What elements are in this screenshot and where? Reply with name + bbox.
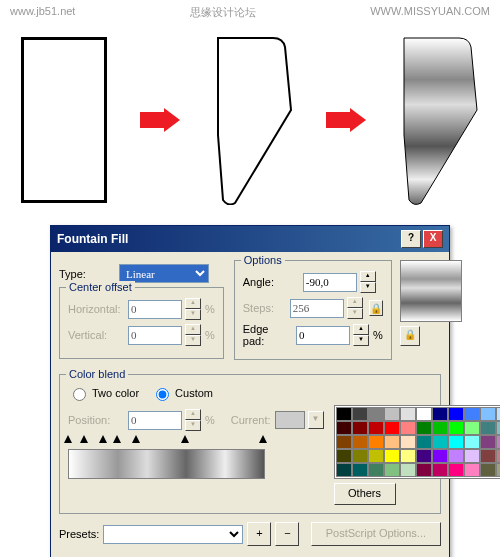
gradient-stop-marker[interactable] — [64, 435, 72, 443]
postscript-button: PostScript Options... — [311, 522, 441, 546]
palette-swatch[interactable] — [464, 407, 480, 421]
palette-swatch[interactable] — [400, 435, 416, 449]
preset-remove-button[interactable]: − — [275, 522, 299, 546]
palette-swatch[interactable] — [448, 463, 464, 477]
spin-up: ▲ — [185, 298, 201, 309]
dialog-title: Fountain Fill — [57, 232, 128, 246]
palette-swatch[interactable] — [448, 407, 464, 421]
custom-radio[interactable]: Custom — [151, 385, 213, 401]
palette-swatch[interactable] — [352, 435, 368, 449]
site-center: 思缘设计论坛 — [190, 5, 256, 20]
palette-swatch[interactable] — [464, 449, 480, 463]
palette-swatch[interactable] — [432, 421, 448, 435]
current-color-dropdown[interactable]: ▼ — [308, 411, 324, 429]
palette-swatch[interactable] — [384, 407, 400, 421]
palette-swatch[interactable] — [432, 407, 448, 421]
palette-swatch[interactable] — [400, 421, 416, 435]
palette-swatch[interactable] — [352, 421, 368, 435]
palette-swatch[interactable] — [368, 463, 384, 477]
palette-swatch[interactable] — [416, 463, 432, 477]
palette-swatch[interactable] — [368, 407, 384, 421]
spin-down: ▼ — [185, 420, 201, 431]
palette-swatch[interactable] — [432, 463, 448, 477]
palette-swatch[interactable] — [384, 435, 400, 449]
spin-up: ▲ — [185, 324, 201, 335]
arrow-icon — [326, 110, 366, 130]
palette-swatch[interactable] — [352, 463, 368, 477]
palette-swatch[interactable] — [448, 435, 464, 449]
palette-swatch[interactable] — [416, 449, 432, 463]
palette-swatch[interactable] — [496, 407, 500, 421]
others-button[interactable]: Others — [334, 483, 396, 505]
palette-swatch[interactable] — [496, 449, 500, 463]
palette-swatch[interactable] — [416, 421, 432, 435]
tutorial-steps — [0, 25, 500, 225]
palette-swatch[interactable] — [336, 421, 352, 435]
spin-down[interactable]: ▼ — [353, 335, 369, 346]
spin-up: ▲ — [347, 297, 363, 308]
palette-swatch[interactable] — [464, 463, 480, 477]
palette-swatch[interactable] — [400, 449, 416, 463]
palette-swatch[interactable] — [368, 421, 384, 435]
lock-icon[interactable]: 🔒 — [369, 300, 383, 316]
color-blend-group: Color blend Two color Custom Position: ▲… — [59, 374, 441, 514]
help-button[interactable]: ? — [401, 230, 421, 248]
gradient-bar[interactable] — [68, 449, 265, 479]
palette-swatch[interactable] — [448, 421, 464, 435]
titlebar[interactable]: Fountain Fill ? X — [51, 226, 449, 252]
close-button[interactable]: X — [423, 230, 443, 248]
steps-input — [290, 299, 344, 318]
spin-down: ▼ — [185, 335, 201, 346]
spin-up[interactable]: ▲ — [360, 271, 376, 282]
palette-swatch[interactable] — [448, 449, 464, 463]
palette-swatch[interactable] — [384, 421, 400, 435]
preset-add-button[interactable]: + — [247, 522, 271, 546]
palette-swatch[interactable] — [368, 449, 384, 463]
palette-swatch[interactable] — [336, 449, 352, 463]
palette-swatch[interactable] — [384, 463, 400, 477]
gradient-stops[interactable] — [68, 435, 263, 445]
preview-lock-button[interactable]: 🔒 — [400, 326, 420, 346]
palette-swatch[interactable] — [400, 407, 416, 421]
gradient-stop-marker[interactable] — [80, 435, 88, 443]
position-input — [128, 411, 182, 430]
palette-swatch[interactable] — [432, 435, 448, 449]
palette-swatch[interactable] — [400, 463, 416, 477]
palette-swatch[interactable] — [496, 435, 500, 449]
palette-swatch[interactable] — [480, 407, 496, 421]
site-right: WWW.MISSYUAN.COM — [370, 5, 490, 20]
palette-swatch[interactable] — [496, 463, 500, 477]
palette-swatch[interactable] — [480, 421, 496, 435]
palette-swatch[interactable] — [352, 407, 368, 421]
palette-swatch[interactable] — [496, 421, 500, 435]
palette-swatch[interactable] — [464, 435, 480, 449]
color-palette[interactable] — [334, 405, 500, 479]
palette-swatch[interactable] — [464, 421, 480, 435]
gradient-stop-marker[interactable] — [113, 435, 121, 443]
palette-swatch[interactable] — [416, 407, 432, 421]
edgepad-input[interactable] — [296, 326, 350, 345]
palette-swatch[interactable] — [480, 435, 496, 449]
palette-swatch[interactable] — [352, 449, 368, 463]
gradient-stop-marker[interactable] — [132, 435, 140, 443]
angle-input[interactable] — [303, 273, 357, 292]
gradient-stop-marker[interactable] — [99, 435, 107, 443]
gradient-stop-marker[interactable] — [181, 435, 189, 443]
palette-swatch[interactable] — [368, 435, 384, 449]
palette-swatch[interactable] — [336, 407, 352, 421]
presets-select[interactable] — [103, 525, 243, 544]
spin-up: ▲ — [185, 409, 201, 420]
two-color-radio[interactable]: Two color — [68, 385, 139, 401]
palette-swatch[interactable] — [432, 449, 448, 463]
spin-up[interactable]: ▲ — [353, 324, 369, 335]
fountain-fill-dialog: Fountain Fill ? X Type: Linear Center of… — [50, 225, 450, 557]
palette-swatch[interactable] — [480, 449, 496, 463]
gradient-stop-marker[interactable] — [259, 435, 267, 443]
palette-swatch[interactable] — [336, 435, 352, 449]
palette-swatch[interactable] — [336, 463, 352, 477]
palette-swatch[interactable] — [480, 463, 496, 477]
current-color-swatch[interactable] — [275, 411, 305, 429]
spin-down[interactable]: ▼ — [360, 282, 376, 293]
palette-swatch[interactable] — [384, 449, 400, 463]
palette-swatch[interactable] — [416, 435, 432, 449]
